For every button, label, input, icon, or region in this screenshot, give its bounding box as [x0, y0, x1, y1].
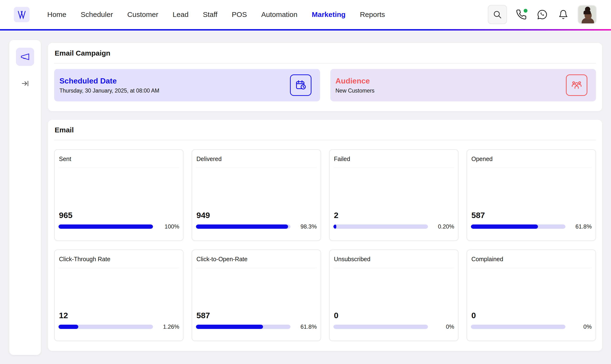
metric-value: 2 [333, 211, 454, 220]
scheduled-date-card: Scheduled Date Thursday, 30 January, 202… [54, 69, 320, 101]
avatar[interactable] [578, 5, 597, 24]
users-group-icon [571, 79, 583, 91]
progress-fill [58, 325, 78, 329]
scheduled-date-button[interactable] [290, 74, 311, 96]
metric-percent: 0% [570, 324, 592, 330]
nav-item-scheduler[interactable]: Scheduler [74, 11, 120, 19]
progress-track [196, 325, 291, 329]
metric-percent: 0.20% [432, 223, 454, 230]
nav-item-automation[interactable]: Automation [254, 11, 305, 19]
progress-track [58, 325, 153, 329]
metric-value: 12 [58, 311, 179, 320]
audience-value: New Customers [336, 88, 375, 94]
metric-card-click-to-open-rate: Click-to-Open-Rate 587 61.8% [192, 249, 321, 341]
expand-sidebar-icon [21, 79, 29, 88]
logo-w-icon [16, 10, 27, 20]
metric-value: 0 [333, 311, 454, 320]
nav-item-staff[interactable]: Staff [196, 11, 225, 19]
metric-value: 587 [196, 311, 317, 320]
metric-title: Sent [58, 156, 179, 162]
main-content: Email Campaign Scheduled Date Thursday, … [48, 43, 602, 351]
top-navbar: Home Scheduler Customer Lead Staff POS A… [0, 0, 611, 29]
metric-percent: 100% [157, 223, 179, 230]
bell-icon [558, 10, 568, 20]
metric-percent: 1.26% [157, 324, 179, 330]
sidebar [9, 40, 41, 355]
metric-card-click-through-rate: Click-Through Rate 12 1.26% [54, 249, 184, 341]
progress-fill [471, 224, 538, 229]
metric-title: Unsubscribed [333, 256, 454, 263]
progress-fill [333, 224, 336, 229]
main-nav: Home Scheduler Customer Lead Staff POS A… [40, 11, 392, 19]
whatsapp-icon [537, 9, 547, 20]
progress-fill [58, 224, 153, 229]
brand-logo[interactable] [14, 7, 30, 22]
metric-title: Failed [333, 156, 454, 162]
whatsapp-button[interactable] [536, 8, 549, 21]
audience-button[interactable] [566, 74, 587, 96]
scheduled-date-title: Scheduled Date [59, 77, 159, 85]
email-campaign-panel: Email Campaign Scheduled Date Thursday, … [48, 43, 602, 111]
progress-track [471, 224, 565, 229]
audience-title: Audience [336, 77, 375, 85]
metric-card-sent: Sent 965 100% [54, 149, 184, 241]
phone-status-dot [524, 9, 528, 13]
metric-card-failed: Failed 2 0.20% [329, 149, 458, 241]
metric-row-1: Sent 965 100% Delivered 949 [54, 149, 596, 241]
metric-percent: 98.3% [295, 223, 317, 230]
sidebar-expand-button[interactable] [21, 79, 29, 88]
scheduled-date-value: Thursday, 30 January, 2025, at 08:00 AM [59, 88, 159, 94]
metric-percent: 61.8% [295, 324, 317, 330]
metric-row-2: Click-Through Rate 12 1.26% Click-to-Ope… [54, 249, 596, 341]
divider [54, 140, 596, 140]
search-icon [492, 10, 502, 20]
progress-track [333, 224, 428, 229]
avatar-hair-bun [585, 7, 590, 12]
email-metrics-panel: Email Sent 965 100% Delivered 949 [48, 120, 602, 351]
email-section-title: Email [54, 126, 596, 134]
metric-card-opened: Opened 587 61.8% [467, 149, 596, 241]
metric-title: Opened [471, 156, 592, 162]
metric-value: 965 [58, 211, 179, 220]
search-button[interactable] [488, 5, 507, 24]
metric-title: Complained [471, 256, 592, 263]
nav-item-lead[interactable]: Lead [165, 11, 196, 19]
sidebar-item-marketing-campaign[interactable] [16, 48, 34, 66]
progress-track [196, 224, 291, 229]
divider [54, 63, 596, 64]
progress-track [333, 325, 428, 329]
progress-fill [196, 325, 263, 329]
nav-item-marketing[interactable]: Marketing [305, 11, 353, 19]
metric-value: 949 [196, 211, 317, 220]
metric-percent: 0% [432, 324, 454, 330]
metric-value: 587 [471, 211, 592, 220]
metric-card-delivered: Delivered 949 98.3% [192, 149, 321, 241]
nav-actions [488, 5, 597, 24]
metric-title: Click-to-Open-Rate [196, 256, 317, 263]
progress-track [58, 224, 153, 229]
progress-fill [196, 224, 288, 229]
calendar-clock-icon [295, 79, 307, 91]
campaign-cards: Scheduled Date Thursday, 30 January, 202… [54, 69, 596, 101]
metric-percent: 61.8% [570, 223, 592, 230]
metric-value: 0 [471, 311, 592, 320]
metric-card-complained: Complained 0 0% [467, 249, 596, 341]
nav-item-customer[interactable]: Customer [120, 11, 165, 19]
metric-title: Click-Through Rate [58, 256, 179, 263]
phone-button[interactable] [515, 8, 528, 21]
nav-item-home[interactable]: Home [40, 11, 74, 19]
metric-title: Delivered [196, 156, 317, 162]
metric-card-unsubscribed: Unsubscribed 0 0% [329, 249, 458, 341]
nav-gradient-underline [0, 29, 611, 30]
nav-item-reports[interactable]: Reports [353, 11, 392, 19]
notifications-button[interactable] [557, 8, 570, 21]
progress-track [471, 325, 565, 329]
megaphone-icon [20, 52, 30, 62]
audience-card: Audience New Customers [330, 69, 596, 101]
nav-item-pos[interactable]: POS [225, 11, 254, 19]
email-campaign-title: Email Campaign [54, 49, 596, 57]
